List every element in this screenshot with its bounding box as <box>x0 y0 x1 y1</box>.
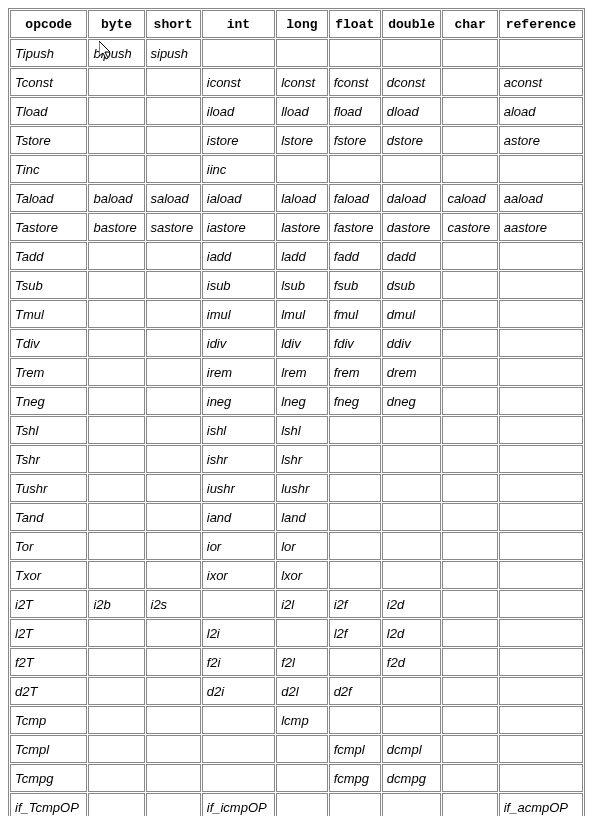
table-row: f2Tf2if2lf2d <box>10 648 583 676</box>
cell-reference <box>499 706 583 734</box>
cell-byte <box>88 387 144 415</box>
cell-reference <box>499 590 583 618</box>
cell-byte <box>88 561 144 589</box>
cell-char <box>442 503 497 531</box>
cell-int: ishl <box>202 416 275 444</box>
cell-reference: aastore <box>499 213 583 241</box>
cell-double: dload <box>382 97 442 125</box>
cell-byte <box>88 648 144 676</box>
cell-int: ishr <box>202 445 275 473</box>
table-row: Tcmplfcmpldcmpl <box>10 735 583 763</box>
column-header-int: int <box>202 10 275 38</box>
cell-double <box>382 416 442 444</box>
cell-reference <box>499 532 583 560</box>
cell-reference <box>499 358 583 386</box>
cell-short <box>146 329 201 357</box>
cell-byte <box>88 764 144 792</box>
cell-long: laload <box>276 184 327 212</box>
cell-byte: i2b <box>88 590 144 618</box>
cell-int: imul <box>202 300 275 328</box>
cell-reference <box>499 764 583 792</box>
cell-char <box>442 329 497 357</box>
cell-float: i2f <box>329 590 381 618</box>
cell-double: dmul <box>382 300 442 328</box>
cell-char: castore <box>442 213 497 241</box>
cell-float: fastore <box>329 213 381 241</box>
cell-double <box>382 532 442 560</box>
cell-int: isub <box>202 271 275 299</box>
cell-int: f2i <box>202 648 275 676</box>
cell-char <box>442 416 497 444</box>
cell-long: lshl <box>276 416 327 444</box>
cell-opcode: if_TcmpOP <box>10 793 87 816</box>
cell-reference <box>499 155 583 183</box>
cell-short: sastore <box>146 213 201 241</box>
cell-opcode: Tor <box>10 532 87 560</box>
cell-char <box>442 619 497 647</box>
cell-float: fstore <box>329 126 381 154</box>
cell-byte <box>88 474 144 502</box>
cell-char: caload <box>442 184 497 212</box>
cell-opcode: Tsub <box>10 271 87 299</box>
cell-short <box>146 445 201 473</box>
cell-reference <box>499 39 583 67</box>
cell-double <box>382 561 442 589</box>
cell-short <box>146 619 201 647</box>
cell-char <box>442 68 497 96</box>
column-header-long: long <box>276 10 327 38</box>
cell-char <box>442 648 497 676</box>
cell-float: fcmpg <box>329 764 381 792</box>
cell-double: dcmpl <box>382 735 442 763</box>
cell-char <box>442 474 497 502</box>
cell-short <box>146 503 201 531</box>
cell-char <box>442 126 497 154</box>
cell-opcode: i2T <box>10 590 87 618</box>
cell-reference: aconst <box>499 68 583 96</box>
cell-float <box>329 503 381 531</box>
cell-reference <box>499 242 583 270</box>
cell-reference <box>499 329 583 357</box>
column-header-byte: byte <box>88 10 144 38</box>
cell-opcode: Tadd <box>10 242 87 270</box>
cell-float: frem <box>329 358 381 386</box>
cell-char <box>442 590 497 618</box>
cell-char <box>442 532 497 560</box>
cell-float <box>329 445 381 473</box>
table-row: Toriorlor <box>10 532 583 560</box>
table-row: Tipushbipushsipush <box>10 39 583 67</box>
cell-float <box>329 39 381 67</box>
table-row: Tinciinc <box>10 155 583 183</box>
cell-opcode: Tcmpl <box>10 735 87 763</box>
cell-byte <box>88 416 144 444</box>
cell-long: lmul <box>276 300 327 328</box>
cell-double: ddiv <box>382 329 442 357</box>
cell-opcode: Tload <box>10 97 87 125</box>
cell-long: lshr <box>276 445 327 473</box>
column-header-float: float <box>329 10 381 38</box>
table-row: Tsubisublsubfsubdsub <box>10 271 583 299</box>
cell-byte <box>88 706 144 734</box>
cell-long: lload <box>276 97 327 125</box>
cell-byte <box>88 126 144 154</box>
cell-byte <box>88 619 144 647</box>
cell-opcode: f2T <box>10 648 87 676</box>
column-header-double: double <box>382 10 442 38</box>
table-row: Tremiremlremfremdrem <box>10 358 583 386</box>
cell-opcode: Tushr <box>10 474 87 502</box>
opcode-table: opcodebyteshortintlongfloatdoublecharref… <box>8 8 585 816</box>
table-row: Tshrishrlshr <box>10 445 583 473</box>
cell-int: iload <box>202 97 275 125</box>
table-row: Tnegineglnegfnegdneg <box>10 387 583 415</box>
cell-int: iand <box>202 503 275 531</box>
cell-opcode: Tcmp <box>10 706 87 734</box>
cell-byte: bipush <box>88 39 144 67</box>
cell-long: i2l <box>276 590 327 618</box>
cell-long: lsub <box>276 271 327 299</box>
cell-byte <box>88 155 144 183</box>
table-row: Tushriushrlushr <box>10 474 583 502</box>
cell-double: dadd <box>382 242 442 270</box>
cell-long <box>276 155 327 183</box>
cell-int: iushr <box>202 474 275 502</box>
cell-long <box>276 619 327 647</box>
cell-double <box>382 39 442 67</box>
